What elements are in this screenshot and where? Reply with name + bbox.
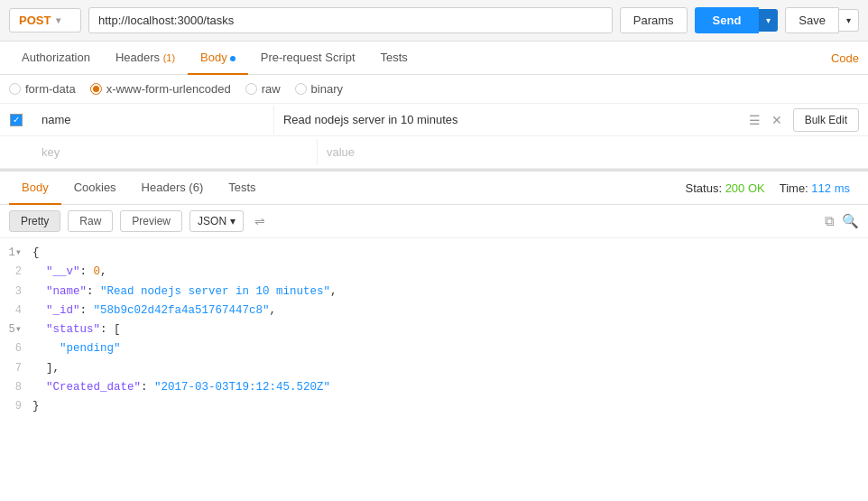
resp-tab-cookies[interactable]: Cookies [61, 172, 129, 205]
urlencoded-label: x-www-form-urlencoded [106, 82, 231, 96]
resp-tab-headers[interactable]: Headers (6) [129, 172, 217, 205]
line-content: { [32, 244, 868, 263]
line-number: 6 [0, 339, 32, 357]
actions-cell-1: ☰ ✕ [738, 111, 793, 129]
tab-authorization[interactable]: Authorization [9, 42, 103, 75]
code-actions: ⧉ 🔍 [825, 213, 859, 229]
json-line: 2 "__v": 0, [0, 263, 868, 282]
json-line: 8 "Created_date": "2017-03-03T19:12:45.5… [0, 378, 868, 397]
line-number: 1▾ [0, 244, 32, 262]
json-line: 6 "pending" [0, 339, 868, 358]
line-number: 2 [0, 263, 32, 281]
json-line: 7 ], [0, 359, 868, 378]
line-number: 4 [0, 302, 32, 320]
tab-body[interactable]: Body [188, 42, 248, 75]
send-group: Send ▾ [695, 7, 779, 33]
url-input[interactable] [88, 7, 613, 33]
method-select[interactable]: POST ▾ [9, 8, 81, 32]
option-binary[interactable]: binary [295, 82, 343, 96]
json-output: 1▾{2 "__v": 0,3 "name": "Read nodejs ser… [0, 238, 868, 422]
line-content: "pending" [32, 339, 868, 358]
raw-button[interactable]: Raw [68, 210, 113, 232]
headers-badge: (1) [163, 52, 175, 63]
copy-icon[interactable]: ⧉ [825, 213, 835, 229]
pretty-button[interactable]: Pretty [9, 210, 60, 232]
line-number: 7 [0, 359, 32, 377]
json-line: 9} [0, 397, 868, 416]
send-dropdown-button[interactable]: ▾ [759, 9, 778, 32]
tab-prerequest[interactable]: Pre-request Script [248, 42, 368, 75]
tab-tests[interactable]: Tests [368, 42, 420, 75]
value-cell-1: Read nodejs server in 10 minutes [274, 106, 738, 134]
format-chevron-icon: ▾ [230, 215, 235, 227]
json-line: 5▾ "status": [ [0, 320, 868, 339]
raw-label: raw [262, 82, 281, 96]
key-value-1: name [42, 113, 71, 126]
status-value: 200 OK [725, 181, 765, 195]
radio-raw [245, 83, 257, 95]
method-label: POST [19, 14, 51, 27]
close-icon[interactable]: ✕ [770, 111, 784, 129]
key-cell-1: name [32, 106, 274, 134]
method-chevron-icon: ▾ [56, 15, 60, 25]
save-button[interactable]: Save [785, 7, 839, 33]
option-raw[interactable]: raw [245, 82, 281, 96]
checkbox-checked[interactable] [10, 114, 23, 126]
bulk-edit-button[interactable]: Bulk Edit [793, 108, 859, 132]
line-content: "_id": "58b9c02d42fa4a51767447c8", [32, 302, 868, 320]
form-area: name Read nodejs server in 10 minutes ☰ … [0, 104, 868, 170]
key-placeholder: key [42, 145, 60, 159]
line-content: ], [32, 359, 868, 378]
form-row-2: key value [0, 136, 868, 169]
search-icon[interactable]: 🔍 [842, 213, 859, 229]
code-link[interactable]: Code [831, 42, 859, 74]
json-line: 3 "name": "Read nodejs server in 10 minu… [0, 283, 868, 302]
line-number: 9 [0, 397, 32, 415]
top-bar: POST ▾ Params Send ▾ Save ▾ [0, 0, 868, 42]
line-content: "Created_date": "2017-03-03T19:12:45.520… [32, 378, 868, 397]
checkbox-1[interactable] [0, 107, 32, 134]
radio-urlencoded [90, 83, 102, 95]
time-label: Time: 112 ms [780, 181, 850, 195]
binary-label: binary [311, 82, 343, 96]
form-data-label: form-data [25, 82, 76, 96]
response-tabs-bar: Body Cookies Headers (6) Tests Status: 2… [0, 172, 868, 205]
wrap-icon[interactable]: ⇌ [254, 214, 265, 228]
resp-tab-body[interactable]: Body [9, 172, 61, 205]
send-button[interactable]: Send [695, 7, 760, 33]
option-form-data[interactable]: form-data [9, 82, 76, 96]
line-number: 3 [0, 283, 32, 301]
body-options: form-data x-www-form-urlencoded raw bina… [0, 75, 868, 104]
json-line: 4 "_id": "58b9c02d42fa4a51767447c8", [0, 302, 868, 320]
value-text-1: Read nodejs server in 10 minutes [283, 113, 458, 126]
time-value: 112 ms [811, 181, 850, 195]
radio-binary [295, 83, 307, 95]
response-status-area: Status: 200 OK Time: 112 ms [686, 181, 859, 195]
resp-tab-tests[interactable]: Tests [216, 172, 268, 205]
code-options: Pretty Raw Preview JSON ▾ ⇌ ⧉ 🔍 [0, 205, 868, 238]
line-content: "name": "Read nodejs server in 10 minute… [32, 283, 868, 302]
tab-headers[interactable]: Headers (1) [103, 42, 188, 75]
line-number: 8 [0, 378, 32, 396]
body-dot [230, 56, 235, 61]
format-label: JSON [198, 215, 226, 227]
response-section: Body Cookies Headers (6) Tests Status: 2… [0, 170, 868, 422]
save-group: Save ▾ [785, 7, 859, 33]
request-tabs: Authorization Headers (1) Body Pre-reque… [0, 42, 868, 75]
preview-button[interactable]: Preview [120, 210, 182, 232]
json-line: 1▾{ [0, 244, 868, 263]
line-content: } [32, 397, 868, 416]
line-content: "__v": 0, [32, 263, 868, 282]
params-button[interactable]: Params [620, 7, 688, 33]
save-dropdown-button[interactable]: ▾ [839, 9, 859, 32]
radio-form-data [9, 83, 21, 95]
option-urlencoded[interactable]: x-www-form-urlencoded [90, 82, 231, 96]
status-label: Status: 200 OK [686, 181, 765, 195]
format-select[interactable]: JSON ▾ [189, 210, 244, 232]
key-cell-2[interactable]: key [32, 138, 318, 166]
checkbox-2[interactable] [0, 145, 32, 160]
value-placeholder: value [327, 145, 355, 159]
menu-icon[interactable]: ☰ [747, 111, 762, 129]
line-number: 5▾ [0, 320, 32, 339]
value-cell-2[interactable]: value [318, 138, 868, 166]
